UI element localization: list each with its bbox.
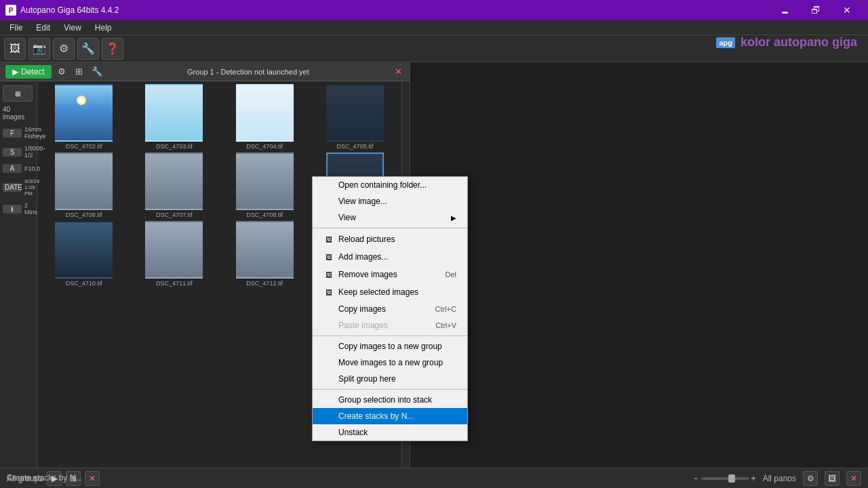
close-button[interactable]: ✕ [831, 0, 863, 20]
list-item[interactable]: DSC_4704.tif [221, 84, 309, 150]
detect-play-icon: ▶ [12, 67, 18, 77]
grid-view-button[interactable]: ⊞ [3, 85, 33, 102]
duration-value: 2 Mins [24, 202, 37, 216]
left-sidebar: ⊞ 40 images F 16mm Fisheye S 1/8000-1/2 … [0, 81, 37, 468]
plugin-icon[interactable]: 🔧 [90, 64, 104, 79]
image-count: 40 images [3, 106, 34, 121]
logo-text: kolor autopano giga [741, 35, 857, 49]
zoom-thumb[interactable] [728, 474, 735, 483]
context-menu-item[interactable]: 🖼Add images... [313, 248, 467, 266]
settings-tool-button[interactable]: 🔧 [77, 38, 99, 60]
list-item[interactable]: DSC_4702.tif [40, 84, 127, 150]
zoom-plus-icon[interactable]: + [751, 474, 756, 483]
menu-item-icon: 🖼 [323, 287, 334, 298]
expand-icon[interactable]: ⊞ [72, 64, 87, 79]
title-bar-controls: 🗕 🗗 ✕ [769, 0, 863, 20]
image-filename: DSC_4711.tif [156, 280, 193, 287]
context-menu-separator [313, 228, 467, 228]
group-header-controls: ✕ [392, 66, 404, 78]
remove-status-button[interactable]: ✕ [85, 471, 100, 486]
menu-item-label: Move images to a new group [338, 358, 443, 367]
image-filename: DSC_4702.tif [66, 143, 102, 150]
context-menu-item[interactable]: View image... [313, 193, 467, 209]
menu-item-icon: 🖼 [323, 234, 334, 245]
minimize-button[interactable]: 🗕 [769, 0, 800, 20]
help-tool-button[interactable]: ❓ [102, 38, 123, 60]
menu-item-label: Unstack [338, 428, 368, 437]
app-icon: P [5, 5, 16, 16]
list-item[interactable]: DSC_4712.tif [221, 221, 309, 287]
duration-row: ℹ 2 Mins [3, 202, 34, 216]
aperture-label: A [3, 164, 22, 173]
zoom-slider[interactable] [701, 477, 749, 480]
play-status-button[interactable]: ▶ [47, 471, 62, 486]
context-menu-item[interactable]: Copy imagesCtrl+C [313, 301, 467, 317]
menu-item-label: Create stacks by N... [338, 411, 414, 421]
close-group-button[interactable]: ✕ [392, 66, 404, 78]
shutter-label: S [3, 148, 22, 157]
lens-row: F 16mm Fisheye [3, 126, 34, 140]
menu-bar: File Edit View Help [0, 20, 868, 35]
image-filename: DSC_4703.tif [156, 143, 193, 150]
context-menu-item[interactable]: 🖼Reload pictures [313, 230, 467, 248]
submenu-arrow-icon: ▶ [451, 214, 456, 222]
title-bar: P Autopano Giga 64bits 4.4.2 🗕 🗗 ✕ [0, 0, 868, 20]
camera-tool-button[interactable]: 📷 [28, 38, 50, 60]
grid-status-button[interactable]: ⊞ [66, 471, 81, 486]
context-menu-item[interactable]: Create stacks by N... [313, 408, 467, 424]
status-bar: All groups ▶ ⊞ ✕ − + All panos ⚙ 🖼 ✕ [0, 468, 868, 488]
image-filename: DSC_4707.tif [156, 211, 193, 218]
menu-help[interactable]: Help [88, 22, 119, 34]
menu-item-label: Copy images [338, 304, 386, 314]
batch-tool-button[interactable]: ⚙ [53, 38, 75, 60]
detect-button[interactable]: ▶ Detect [5, 65, 52, 79]
context-menu-item[interactable]: 🖼Keep selected images [313, 283, 467, 301]
list-item[interactable]: DSC_4705.tif [311, 84, 399, 150]
group-title: Group 1 - Detection not launched yet [187, 68, 309, 76]
context-menu-item[interactable]: Split group here [313, 371, 467, 387]
menu-file[interactable]: File [3, 22, 29, 34]
menu-item-label: View image... [338, 197, 387, 206]
context-menu-item[interactable]: Unstack [313, 424, 467, 441]
context-menu-item[interactable]: Group selection into stack [313, 392, 467, 408]
settings-icon[interactable]: ⚙ [54, 64, 69, 79]
list-item[interactable]: DSC_4706.tif [40, 152, 127, 218]
image-filename: DSC_4710.tif [66, 280, 102, 287]
restore-button[interactable]: 🗗 [800, 0, 831, 20]
list-item[interactable]: DSC_4711.tif [130, 221, 218, 287]
menu-view[interactable]: View [57, 22, 88, 34]
panos-settings-button[interactable]: ⚙ [803, 471, 818, 486]
open-tool-button[interactable]: 🖼 [4, 38, 26, 60]
context-menu-item[interactable]: Move images to a new group [313, 354, 467, 371]
list-item[interactable]: DSC_4707.tif [130, 152, 218, 218]
context-menu-item: Paste imagesCtrl+V [313, 317, 467, 333]
context-menu-item[interactable]: Copy images to a new group [313, 338, 467, 354]
date-label: DATE [3, 183, 22, 192]
menu-item-icon: 🖼 [323, 269, 334, 280]
logo-box: apg [716, 37, 735, 48]
list-item[interactable]: DSC_4703.tif [130, 84, 218, 150]
context-menu: Open containing folder...View image...Vi… [312, 176, 468, 441]
app-title: Autopano Giga 64bits 4.4.2 [20, 5, 119, 15]
list-item[interactable]: DSC_4708.tif [221, 152, 309, 218]
context-menu-item[interactable]: 🖼Remove imagesDel [313, 266, 467, 283]
menu-item-label: Group selection into stack [338, 395, 432, 405]
menu-item-label: View [338, 213, 356, 222]
menu-edit[interactable]: Edit [29, 22, 57, 34]
menu-item-label: Split group here [338, 374, 396, 384]
context-menu-separator [313, 389, 467, 390]
list-item[interactable]: DSC_4710.tif [40, 221, 127, 287]
context-menu-item[interactable]: View▶ [313, 209, 467, 226]
zoom-slider-container[interactable]: − + [694, 474, 756, 483]
panos-view-button[interactable]: 🖼 [825, 471, 840, 486]
date-row: DATE 4/3/24 1:09 PM [3, 178, 34, 197]
detect-label: Detect [21, 67, 45, 77]
logo-area: apg kolor autopano giga [716, 35, 857, 49]
all-groups-label: All groups [7, 474, 43, 483]
menu-item-label: Open containing folder... [338, 180, 427, 190]
duration-label: ℹ [3, 205, 22, 214]
title-bar-left: P Autopano Giga 64bits 4.4.2 [5, 5, 119, 16]
zoom-minus-icon[interactable]: − [694, 474, 698, 483]
context-menu-item[interactable]: Open containing folder... [313, 177, 467, 193]
panos-remove-button[interactable]: ✕ [846, 471, 861, 486]
